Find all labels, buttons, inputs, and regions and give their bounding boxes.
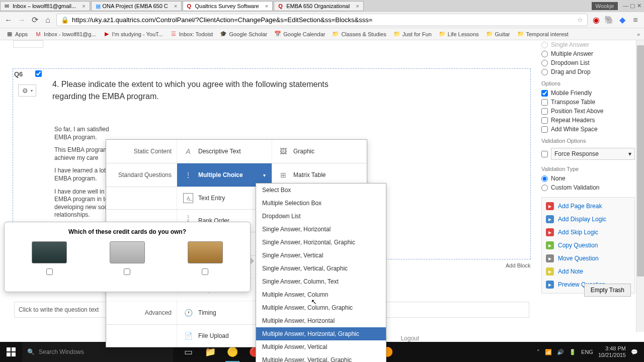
force-response-select[interactable]: Force Response▾: [551, 148, 635, 160]
user-badge[interactable]: Wookje: [592, 2, 618, 10]
home-icon[interactable]: ⌂: [43, 16, 52, 25]
bookmark-life[interactable]: 📁Life Lessons: [437, 30, 481, 39]
matrix-icon: ⊞: [278, 170, 288, 180]
bookmark-classes[interactable]: 📁Classes & Studies: [330, 30, 388, 39]
evernote-icon[interactable]: 🐘: [605, 16, 614, 25]
menu-icon[interactable]: ≡: [631, 16, 640, 25]
bookmark-guitar[interactable]: 📁Guitar: [484, 30, 512, 39]
battery-icon[interactable]: 🔋: [569, 349, 576, 355]
maximize-icon[interactable]: ▢: [630, 3, 637, 10]
picker-section-advanced: Advanced: [106, 301, 177, 324]
mc-subtype-menu: Select BoxMultiple Selection BoxDropdown…: [256, 183, 386, 362]
option-position-text[interactable]: Position Text Above: [541, 107, 635, 116]
question-action[interactable]: ▸Add Page Break: [542, 200, 634, 213]
mc-subtype-item[interactable]: Multiple Answer, Vertical, Graphic: [256, 353, 386, 362]
bookmark-fun[interactable]: 📁Just for Fun: [391, 30, 434, 39]
bookmark-temporal[interactable]: 📁Temporal interest: [515, 30, 571, 39]
close-window-icon[interactable]: ✕: [637, 3, 644, 10]
question-text[interactable]: 4. Please indicate the extent to which y…: [52, 78, 354, 103]
tray-up-icon[interactable]: ˄: [537, 349, 540, 355]
close-icon[interactable]: ×: [82, 3, 85, 9]
qualtrics-icon: Q: [187, 3, 193, 9]
action-icon: ▸: [546, 254, 554, 262]
lang-indicator[interactable]: ENG: [581, 349, 593, 355]
answers-multiple[interactable]: Multiple Answer: [541, 49, 635, 58]
mc-subtype-item[interactable]: Select Box: [256, 184, 386, 197]
option-mobile-friendly[interactable]: Mobile Friendly: [541, 88, 635, 98]
mc-subtype-item[interactable]: Multiple Answer, Vertical: [256, 340, 386, 353]
validation-custom[interactable]: Custom Validation: [541, 183, 635, 192]
mc-subtype-item[interactable]: Single Answer, Horizontal, Graphic: [256, 236, 386, 249]
minimize-icon[interactable]: —: [623, 3, 630, 10]
option-white-space[interactable]: Add White Space: [541, 125, 635, 134]
forward-icon[interactable]: →: [17, 16, 26, 25]
action-icon: ▸: [546, 215, 554, 223]
question-select-checkbox[interactable]: [35, 70, 42, 77]
mc-subtype-item[interactable]: Dropdown List: [256, 210, 386, 223]
question-action[interactable]: ▸Add Note: [542, 265, 634, 278]
tab-qualtrics[interactable]: QQualtrics Survey Software×: [183, 1, 273, 11]
bookmark-inbox[interactable]: MInbox - lowolf81@g...: [33, 30, 98, 39]
bookmark-scholar[interactable]: 🎓Google Scholar: [218, 30, 269, 39]
apps-button[interactable]: ▦Apps: [4, 30, 30, 39]
volume-icon[interactable]: 🔊: [557, 349, 564, 355]
ext-icon[interactable]: ◉: [592, 16, 601, 25]
reload-icon[interactable]: ⟳: [30, 16, 39, 25]
empty-trash-button[interactable]: Empty Trash: [584, 284, 631, 297]
option-transpose[interactable]: Transpose Table: [541, 98, 635, 107]
bookmark-youtube[interactable]: ▶I'm studying - YouT...: [101, 30, 165, 39]
bookmark-calendar[interactable]: 📅Google Calendar: [272, 30, 327, 39]
close-icon[interactable]: ×: [265, 3, 268, 9]
network-icon[interactable]: 📶: [545, 349, 552, 355]
question-action[interactable]: ▸Copy Question: [542, 239, 634, 252]
tab-ona[interactable]: ▦ONA Project (EMBA 650 C×: [91, 1, 182, 11]
answers-dropdown[interactable]: Dropdown List: [541, 58, 635, 67]
action-icon: ▸: [546, 228, 554, 236]
validation-none[interactable]: None: [541, 174, 635, 183]
text-icon: A: [183, 146, 193, 156]
mc-subtype-item[interactable]: Multiple Answer, Column, Graphic: [256, 301, 386, 314]
answers-drag[interactable]: Drag and Drop: [541, 67, 635, 76]
preview-card-image: [32, 241, 67, 263]
bookmark-todoist[interactable]: ☰Inbox: Todoist: [168, 30, 215, 39]
picker-descriptive-text[interactable]: ADescriptive Text: [177, 140, 272, 163]
close-icon[interactable]: ×: [356, 3, 359, 9]
dropbox-icon[interactable]: ◆: [618, 16, 627, 25]
action-icon: ▸: [546, 281, 554, 289]
notifications-icon[interactable]: 💬: [631, 349, 638, 355]
picker-graphic[interactable]: 🖼Graphic: [272, 140, 367, 163]
mc-subtype-item[interactable]: Multiple Selection Box: [256, 197, 386, 210]
taskbar-clock[interactable]: 3:48 PM10/21/2015: [598, 345, 626, 358]
mc-subtype-item[interactable]: Single Answer, Column, Text: [256, 275, 386, 288]
tab-emba[interactable]: QEMBA 650 Organizational×: [274, 1, 363, 11]
question-options-button[interactable]: ⚙: [18, 84, 36, 97]
tab-gmail[interactable]: ✉Inbox – lowolf81@gmail...×: [0, 1, 90, 11]
question-settings-panel: Single Answer Multiple Answer Dropdown L…: [541, 40, 635, 294]
url-input[interactable]: 🔒 https://uky.az1.qualtrics.com/ControlP…: [56, 14, 588, 26]
question-action[interactable]: ▸Add Display Logic: [542, 213, 634, 226]
folder-icon: 📁: [393, 31, 400, 38]
question-action[interactable]: ▸Add Skip Logic: [542, 226, 634, 239]
mc-subtype-item[interactable]: Single Answer, Vertical: [256, 249, 386, 262]
mc-subtype-item[interactable]: Multiple Answer, Column: [256, 288, 386, 301]
mc-subtype-item[interactable]: Multiple Answer, Horizontal: [256, 314, 386, 327]
force-response-check[interactable]: [541, 151, 548, 157]
mc-subtype-item[interactable]: Single Answer, Vertical, Graphic: [256, 262, 386, 275]
chevron-down-icon: ▾: [263, 172, 266, 178]
page-content: Q6 ⚙ 4. Please indicate the extent to wh…: [0, 40, 644, 332]
start-button[interactable]: [0, 342, 22, 362]
footer-link[interactable]: Logout: [400, 335, 419, 342]
star-icon[interactable]: ☆: [577, 16, 583, 24]
mc-subtype-item[interactable]: Multiple Answer, Horizontal, Graphic: [256, 327, 386, 340]
add-block-link[interactable]: Add Block: [506, 262, 531, 268]
back-icon[interactable]: ←: [4, 16, 13, 25]
scroll-thumb[interactable]: [637, 45, 644, 277]
bookmarks-overflow-icon[interactable]: »: [637, 31, 640, 37]
mc-subtype-item[interactable]: Single Answer, Horizontal: [256, 223, 386, 236]
option-repeat-headers[interactable]: Repeat Headers: [541, 116, 635, 125]
close-icon[interactable]: ×: [174, 3, 177, 9]
answers-single[interactable]: Single Answer: [541, 40, 635, 49]
page-scrollbar[interactable]: [636, 40, 644, 332]
validation-type-heading: Validation Type: [541, 166, 635, 172]
question-action[interactable]: ▸Move Question: [542, 252, 634, 265]
